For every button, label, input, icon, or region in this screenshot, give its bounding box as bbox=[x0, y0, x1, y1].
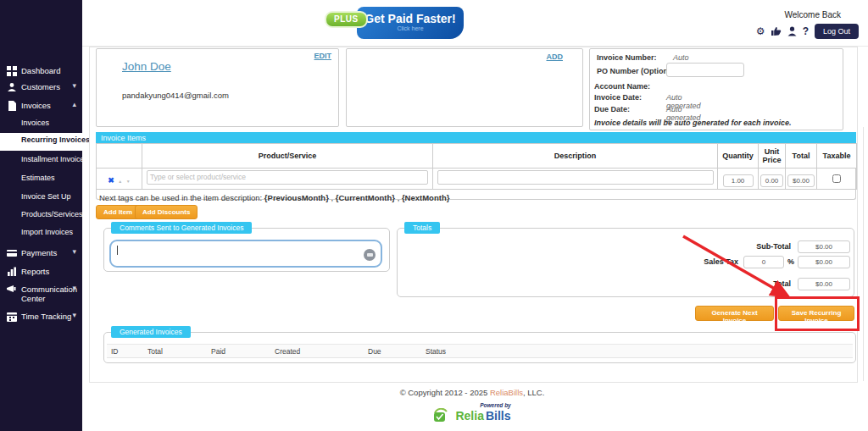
sidebar-subitem-label: Installment Invoices bbox=[21, 155, 88, 163]
move-up-icon[interactable]: ▲ bbox=[118, 179, 122, 184]
subtotal-input[interactable] bbox=[798, 240, 850, 253]
sidebar-item-label: Payments bbox=[21, 248, 57, 257]
auto-generated-note: Invoice details will be auto generated f… bbox=[594, 119, 792, 127]
sidebar-item-payments[interactable]: Payments ▾ bbox=[0, 245, 82, 262]
remove-row-icon[interactable]: ✖ bbox=[108, 176, 114, 185]
logout-button[interactable]: Log Out bbox=[815, 24, 859, 39]
salestax-amount-input[interactable] bbox=[798, 256, 850, 268]
due-date-label: Due Date: bbox=[594, 105, 630, 113]
thumbs-up-icon[interactable] bbox=[771, 26, 782, 36]
sidebar-item-label: Invoices bbox=[21, 101, 51, 110]
communication-icon bbox=[7, 285, 17, 295]
sidebar: Dashboard Customers ▾ Invoices ▴ Invoice… bbox=[0, 0, 82, 431]
sidebar-item-time-tracking[interactable]: Time Tracking ▾ bbox=[0, 308, 82, 325]
salestax-label: Sales Tax bbox=[669, 257, 738, 266]
percent-sign: % bbox=[787, 257, 794, 266]
sidebar-item-customers[interactable]: Customers ▾ bbox=[0, 79, 82, 96]
footer: © Copyright 2012 - 2025 ReliaBills, LLC.… bbox=[82, 388, 862, 423]
top-header: PLUS Get Paid Faster! Click here Welcome… bbox=[82, 0, 868, 47]
quantity-input[interactable] bbox=[723, 174, 754, 187]
customers-icon bbox=[7, 82, 17, 92]
payments-icon bbox=[7, 248, 17, 258]
sidebar-subitem-invoice-setup[interactable]: Invoice Set Up bbox=[0, 190, 82, 205]
sidebar-item-reports[interactable]: Reports bbox=[0, 263, 82, 280]
sidebar-subitem-installment-invoices[interactable]: Installment Invoices bbox=[0, 152, 82, 168]
tags-note: Next tags can be used in the item descri… bbox=[99, 193, 855, 202]
chevron-up-icon: ▴ bbox=[72, 100, 76, 108]
quantity-header: Quantity bbox=[718, 144, 759, 169]
sidebar-item-label: Time Tracking bbox=[21, 312, 71, 321]
comment-textarea[interactable] bbox=[114, 243, 360, 265]
sidebar-item-invoices[interactable]: Invoices ▴ bbox=[0, 97, 82, 114]
sidebar-subitem-import-invoices[interactable]: Import Invoices bbox=[0, 225, 82, 240]
sidebar-item-label: Dashboard bbox=[21, 66, 60, 75]
description-input[interactable] bbox=[437, 170, 714, 185]
line-total-input[interactable] bbox=[787, 174, 815, 187]
subtotal-label: Sub-Total bbox=[720, 242, 791, 251]
chevron-down-icon: ▾ bbox=[72, 284, 76, 292]
chevron-down-icon: ▾ bbox=[72, 311, 76, 319]
powered-by-text: Powered by bbox=[129, 402, 862, 408]
reliabills-logo: ReliaBills bbox=[82, 408, 862, 423]
generate-next-invoice-button[interactable]: Generate Next Invoice bbox=[695, 306, 774, 321]
invoice-items-container: Product/Service Description Quantity Uni… bbox=[96, 144, 856, 200]
description-header: Description bbox=[433, 144, 718, 169]
chevron-down-icon: ▾ bbox=[72, 247, 76, 256]
items-header-row: Product/Service Description Quantity Uni… bbox=[97, 144, 857, 169]
sidebar-subitem-invoices[interactable]: Invoices bbox=[0, 116, 82, 131]
sidebar-subitem-label: Products/Services bbox=[21, 210, 83, 218]
sidebar-subitem-label: Invoices bbox=[21, 119, 49, 127]
invoice-items-table: Product/Service Description Quantity Uni… bbox=[96, 143, 857, 190]
invoice-details-panel: Invoice Number:Auto generated PO Number … bbox=[589, 48, 843, 130]
taxable-checkbox[interactable] bbox=[832, 174, 841, 183]
sidebar-subitem-label: Estimates bbox=[21, 174, 55, 182]
sidebar-item-dashboard[interactable]: Dashboard bbox=[0, 63, 82, 80]
unit-price-input[interactable] bbox=[760, 174, 783, 187]
sidebar-subitem-estimates[interactable]: Estimates bbox=[0, 171, 82, 186]
salestax-percent-input[interactable] bbox=[743, 256, 784, 268]
add-recipient-link[interactable]: ADD bbox=[547, 52, 564, 61]
add-discounts-button[interactable]: Add Discounts bbox=[135, 205, 198, 219]
chevron-down-icon: ▾ bbox=[72, 81, 76, 90]
help-icon[interactable]: ? bbox=[803, 26, 809, 36]
sidebar-item-communication-center[interactable]: Communication Center ▾ bbox=[0, 281, 82, 307]
add-item-button[interactable]: Add Item bbox=[96, 205, 140, 219]
invoice-items-section-header: Invoice Items bbox=[96, 132, 856, 144]
reports-icon bbox=[7, 267, 17, 277]
customer-name-link[interactable]: John Doe bbox=[122, 60, 171, 73]
banner-button[interactable]: Get Paid Faster! Click here bbox=[357, 7, 464, 39]
invoice-number-label: Invoice Number: bbox=[597, 53, 657, 62]
comments-fieldset: Comments Sent to Generated Invoices bbox=[103, 228, 390, 272]
sidebar-item-label: Customers bbox=[21, 82, 60, 91]
po-number-input[interactable] bbox=[666, 63, 744, 77]
move-down-icon[interactable]: ▼ bbox=[126, 179, 131, 184]
customer-panel: EDIT John Doe pandakyung0414@gmail.com bbox=[96, 48, 339, 127]
total-label: Total bbox=[720, 279, 791, 288]
edit-customer-link[interactable]: EDIT bbox=[314, 52, 331, 60]
col-id: ID bbox=[111, 347, 119, 356]
total-input[interactable] bbox=[798, 278, 850, 290]
tag-separator: , bbox=[331, 193, 334, 202]
reliabills-link[interactable]: ReliaBills bbox=[490, 388, 523, 397]
col-due: Due bbox=[368, 347, 381, 356]
generated-invoices-fieldset: Generated Invoices ID Total Paid Created… bbox=[103, 332, 856, 363]
tags-note-text: Next tags can be used in the item descri… bbox=[99, 193, 262, 202]
sidebar-subitem-recurring-invoices[interactable]: Recurring Invoices bbox=[0, 133, 82, 151]
banner-click-here[interactable]: Click here bbox=[357, 25, 464, 31]
gear-icon[interactable]: ⚙ bbox=[756, 26, 765, 36]
logo-relia-text: Relia bbox=[455, 409, 483, 423]
totals-section-label: Totals bbox=[404, 222, 440, 234]
col-status: Status bbox=[426, 347, 446, 356]
sidebar-subitem-products-services[interactable]: Products/Services bbox=[0, 207, 82, 223]
row-actions-header bbox=[97, 144, 142, 169]
user-icon[interactable] bbox=[787, 26, 797, 36]
save-recurring-invoice-button[interactable]: Save Recurring Invoice bbox=[778, 306, 854, 321]
app-root: Dashboard Customers ▾ Invoices ▴ Invoice… bbox=[0, 0, 868, 431]
total-header: Total bbox=[786, 144, 817, 169]
product-service-header: Product/Service bbox=[142, 144, 433, 169]
customer-email: pandakyung0414@gmail.com bbox=[122, 91, 229, 100]
invoice-date-label: Invoice Date: bbox=[594, 93, 642, 102]
emoji-icon[interactable] bbox=[364, 249, 376, 261]
product-service-input[interactable] bbox=[147, 170, 428, 185]
copyright-suffix: , LLC. bbox=[523, 388, 544, 397]
